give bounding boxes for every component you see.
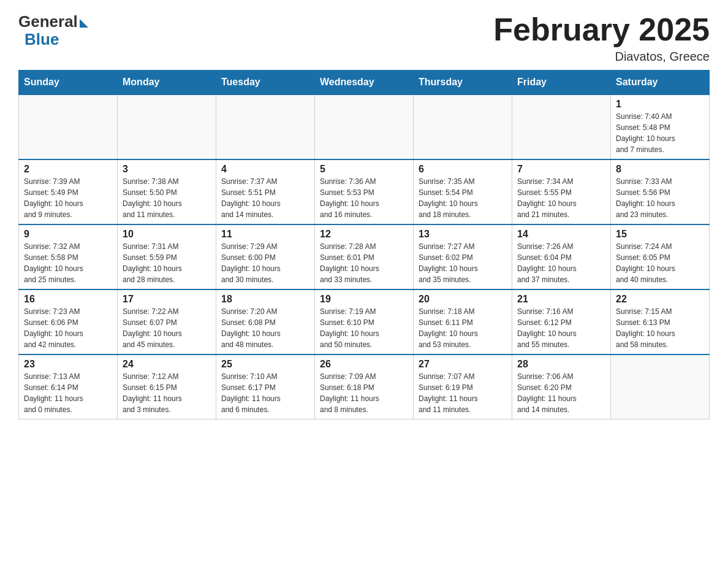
location-text: Diavatos, Greece xyxy=(493,50,710,64)
day-info: Sunrise: 7:38 AM Sunset: 5:50 PM Dayligh… xyxy=(123,176,211,220)
calendar-cell xyxy=(611,354,710,419)
calendar-cell: 19Sunrise: 7:19 AM Sunset: 6:10 PM Dayli… xyxy=(315,289,414,354)
calendar-cell: 5Sunrise: 7:36 AM Sunset: 5:53 PM Daylig… xyxy=(315,159,414,224)
calendar-week-4: 16Sunrise: 7:23 AM Sunset: 6:06 PM Dayli… xyxy=(19,289,710,354)
day-number: 22 xyxy=(616,294,704,305)
calendar-cell: 10Sunrise: 7:31 AM Sunset: 5:59 PM Dayli… xyxy=(118,224,216,289)
day-info: Sunrise: 7:10 AM Sunset: 6:17 PM Dayligh… xyxy=(221,371,309,415)
calendar-cell: 12Sunrise: 7:28 AM Sunset: 6:01 PM Dayli… xyxy=(315,224,414,289)
day-number: 6 xyxy=(419,164,507,175)
calendar-cell: 2Sunrise: 7:39 AM Sunset: 5:49 PM Daylig… xyxy=(19,159,118,224)
day-info: Sunrise: 7:16 AM Sunset: 6:12 PM Dayligh… xyxy=(517,306,605,350)
calendar-cell xyxy=(216,94,315,159)
calendar-cell: 20Sunrise: 7:18 AM Sunset: 6:11 PM Dayli… xyxy=(414,289,512,354)
day-number: 12 xyxy=(320,229,408,240)
day-number: 9 xyxy=(24,229,112,240)
day-header-sunday: Sunday xyxy=(19,71,118,95)
calendar-table: SundayMondayTuesdayWednesdayThursdayFrid… xyxy=(18,70,710,419)
day-info: Sunrise: 7:40 AM Sunset: 5:48 PM Dayligh… xyxy=(616,111,704,155)
day-info: Sunrise: 7:35 AM Sunset: 5:54 PM Dayligh… xyxy=(419,176,507,220)
month-title: February 2025 xyxy=(493,12,710,47)
calendar-cell xyxy=(118,94,216,159)
calendar-cell: 26Sunrise: 7:09 AM Sunset: 6:18 PM Dayli… xyxy=(315,354,414,419)
day-number: 19 xyxy=(320,294,408,305)
day-info: Sunrise: 7:28 AM Sunset: 6:01 PM Dayligh… xyxy=(320,241,408,285)
page-header: General Blue February 2025 Diavatos, Gre… xyxy=(18,12,710,64)
day-info: Sunrise: 7:13 AM Sunset: 6:14 PM Dayligh… xyxy=(24,371,112,415)
day-header-saturday: Saturday xyxy=(611,71,710,95)
logo-blue-text: Blue xyxy=(25,30,59,49)
day-info: Sunrise: 7:24 AM Sunset: 6:05 PM Dayligh… xyxy=(616,241,704,285)
day-info: Sunrise: 7:19 AM Sunset: 6:10 PM Dayligh… xyxy=(320,306,408,350)
day-info: Sunrise: 7:06 AM Sunset: 6:20 PM Dayligh… xyxy=(517,371,605,415)
day-number: 11 xyxy=(221,229,309,240)
calendar-cell xyxy=(19,94,118,159)
day-info: Sunrise: 7:09 AM Sunset: 6:18 PM Dayligh… xyxy=(320,371,408,415)
day-number: 13 xyxy=(419,229,507,240)
day-info: Sunrise: 7:34 AM Sunset: 5:55 PM Dayligh… xyxy=(517,176,605,220)
day-info: Sunrise: 7:39 AM Sunset: 5:49 PM Dayligh… xyxy=(24,176,112,220)
calendar-cell: 16Sunrise: 7:23 AM Sunset: 6:06 PM Dayli… xyxy=(19,289,118,354)
calendar-cell: 9Sunrise: 7:32 AM Sunset: 5:58 PM Daylig… xyxy=(19,224,118,289)
calendar-week-3: 9Sunrise: 7:32 AM Sunset: 5:58 PM Daylig… xyxy=(19,224,710,289)
day-header-wednesday: Wednesday xyxy=(315,71,414,95)
day-header-tuesday: Tuesday xyxy=(216,71,315,95)
calendar-cell xyxy=(414,94,512,159)
day-info: Sunrise: 7:22 AM Sunset: 6:07 PM Dayligh… xyxy=(123,306,211,350)
day-info: Sunrise: 7:32 AM Sunset: 5:58 PM Dayligh… xyxy=(24,241,112,285)
calendar-week-2: 2Sunrise: 7:39 AM Sunset: 5:49 PM Daylig… xyxy=(19,159,710,224)
day-info: Sunrise: 7:37 AM Sunset: 5:51 PM Dayligh… xyxy=(221,176,309,220)
calendar-cell: 23Sunrise: 7:13 AM Sunset: 6:14 PM Dayli… xyxy=(19,354,118,419)
day-header-thursday: Thursday xyxy=(414,71,512,95)
day-info: Sunrise: 7:26 AM Sunset: 6:04 PM Dayligh… xyxy=(517,241,605,285)
calendar-body: 1Sunrise: 7:40 AM Sunset: 5:48 PM Daylig… xyxy=(19,94,710,419)
day-info: Sunrise: 7:12 AM Sunset: 6:15 PM Dayligh… xyxy=(123,371,211,415)
day-number: 18 xyxy=(221,294,309,305)
calendar-cell: 28Sunrise: 7:06 AM Sunset: 6:20 PM Dayli… xyxy=(512,354,611,419)
calendar-cell: 8Sunrise: 7:33 AM Sunset: 5:56 PM Daylig… xyxy=(611,159,710,224)
logo-arrow-icon xyxy=(80,19,88,28)
day-number: 23 xyxy=(24,359,112,370)
calendar-cell: 18Sunrise: 7:20 AM Sunset: 6:08 PM Dayli… xyxy=(216,289,315,354)
calendar-cell: 27Sunrise: 7:07 AM Sunset: 6:19 PM Dayli… xyxy=(414,354,512,419)
day-number: 25 xyxy=(221,359,309,370)
title-block: February 2025 Diavatos, Greece xyxy=(493,12,710,64)
calendar-week-1: 1Sunrise: 7:40 AM Sunset: 5:48 PM Daylig… xyxy=(19,94,710,159)
day-info: Sunrise: 7:15 AM Sunset: 6:13 PM Dayligh… xyxy=(616,306,704,350)
day-number: 10 xyxy=(123,229,211,240)
day-number: 20 xyxy=(419,294,507,305)
day-number: 4 xyxy=(221,164,309,175)
day-header-monday: Monday xyxy=(118,71,216,95)
calendar-cell: 25Sunrise: 7:10 AM Sunset: 6:17 PM Dayli… xyxy=(216,354,315,419)
day-number: 7 xyxy=(517,164,605,175)
day-number: 5 xyxy=(320,164,408,175)
day-info: Sunrise: 7:27 AM Sunset: 6:02 PM Dayligh… xyxy=(419,241,507,285)
calendar-cell: 15Sunrise: 7:24 AM Sunset: 6:05 PM Dayli… xyxy=(611,224,710,289)
day-info: Sunrise: 7:36 AM Sunset: 5:53 PM Dayligh… xyxy=(320,176,408,220)
calendar-cell: 13Sunrise: 7:27 AM Sunset: 6:02 PM Dayli… xyxy=(414,224,512,289)
calendar-cell xyxy=(512,94,611,159)
calendar-cell: 7Sunrise: 7:34 AM Sunset: 5:55 PM Daylig… xyxy=(512,159,611,224)
day-info: Sunrise: 7:20 AM Sunset: 6:08 PM Dayligh… xyxy=(221,306,309,350)
day-info: Sunrise: 7:23 AM Sunset: 6:06 PM Dayligh… xyxy=(24,306,112,350)
header-row: SundayMondayTuesdayWednesdayThursdayFrid… xyxy=(19,71,710,95)
calendar-cell: 21Sunrise: 7:16 AM Sunset: 6:12 PM Dayli… xyxy=(512,289,611,354)
day-info: Sunrise: 7:29 AM Sunset: 6:00 PM Dayligh… xyxy=(221,241,309,285)
calendar-header: SundayMondayTuesdayWednesdayThursdayFrid… xyxy=(19,71,710,95)
logo: General Blue xyxy=(18,12,88,49)
calendar-cell: 17Sunrise: 7:22 AM Sunset: 6:07 PM Dayli… xyxy=(118,289,216,354)
day-info: Sunrise: 7:07 AM Sunset: 6:19 PM Dayligh… xyxy=(419,371,507,415)
calendar-cell: 14Sunrise: 7:26 AM Sunset: 6:04 PM Dayli… xyxy=(512,224,611,289)
calendar-cell xyxy=(315,94,414,159)
day-number: 15 xyxy=(616,229,704,240)
day-number: 16 xyxy=(24,294,112,305)
day-info: Sunrise: 7:33 AM Sunset: 5:56 PM Dayligh… xyxy=(616,176,704,220)
day-number: 24 xyxy=(123,359,211,370)
day-number: 14 xyxy=(517,229,605,240)
logo-general-text: General xyxy=(18,12,78,31)
day-number: 26 xyxy=(320,359,408,370)
calendar-cell: 11Sunrise: 7:29 AM Sunset: 6:00 PM Dayli… xyxy=(216,224,315,289)
day-info: Sunrise: 7:18 AM Sunset: 6:11 PM Dayligh… xyxy=(419,306,507,350)
day-header-friday: Friday xyxy=(512,71,611,95)
calendar-cell: 1Sunrise: 7:40 AM Sunset: 5:48 PM Daylig… xyxy=(611,94,710,159)
